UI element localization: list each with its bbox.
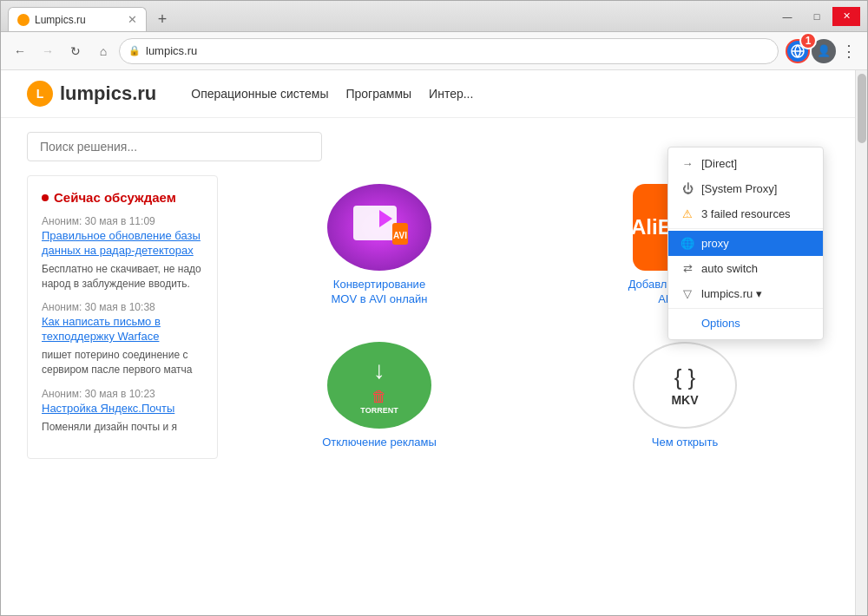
proxy-menu-item-system[interactable]: ⏻ [System Proxy] [668, 176, 823, 201]
proxy-menu-item-failed[interactable]: ⚠ 3 failed resources [668, 201, 823, 226]
svg-text:AVI: AVI [393, 231, 407, 240]
home-button[interactable]: ⌂ [91, 39, 115, 63]
window-controls: — □ ✕ [773, 7, 860, 26]
warning-icon: ⚠ [681, 207, 694, 220]
refresh-button[interactable]: ↻ [63, 39, 88, 63]
system-proxy-icon: ⏻ [681, 182, 694, 195]
nav-item-programs[interactable]: Программы [345, 87, 411, 101]
direct-label: [Direct] [701, 157, 737, 170]
content-card-torrent[interactable]: ↓ 🗑 TORRENT Отключение рекламы [235, 342, 523, 468]
address-bar[interactable]: 🔒 lumpics.ru [119, 38, 779, 64]
comment-link[interactable]: Как написать письмо в техподдержку Warfa… [42, 315, 203, 344]
comment-text: пишет потерино соединение с сервиром пас… [42, 348, 203, 377]
comment-date: Аноним: 30 мая в 10:38 [42, 301, 203, 313]
proxy-label: proxy [701, 237, 729, 250]
maximize-button[interactable]: □ [803, 7, 831, 26]
new-tab-button[interactable]: + [150, 7, 174, 31]
comment-date: Аноним: 30 мая в 11:09 [42, 215, 203, 227]
proxy-menu-item-options[interactable]: Options [668, 311, 823, 336]
titlebar: Lumpics.ru ✕ + — □ ✕ [1, 1, 867, 32]
nav-item-os[interactable]: Операционные системы [191, 87, 328, 101]
tab-favicon [17, 14, 30, 26]
minimize-button[interactable]: — [773, 7, 801, 26]
proxy-dropdown: → [Direct] ⏻ [System Proxy] ⚠ 3 failed r… [667, 147, 824, 340]
proxy-extension-button[interactable]: 1 [786, 39, 810, 63]
logo-text: lumpics.ru [60, 82, 156, 105]
comment-link[interactable]: Правильное обновление базы данных на рад… [42, 229, 203, 259]
sidebar-card: Сейчас обсуждаем Аноним: 30 мая в 11:09 … [27, 175, 218, 459]
tab-title: Lumpics.ru [35, 14, 86, 26]
forward-button[interactable]: → [36, 39, 60, 63]
close-button[interactable]: ✕ [832, 7, 860, 26]
browser-window: Lumpics.ru ✕ + — □ ✕ ← → ↻ ⌂ 🔒 lumpics.r… [0, 0, 868, 616]
lumpics-icon: ▽ [681, 287, 694, 300]
divider [668, 228, 823, 229]
card-label-torrent: Отключение рекламы [322, 436, 437, 450]
back-button[interactable]: ← [8, 39, 32, 63]
proxy-menu-item-lumpics[interactable]: ▽ lumpics.ru ▾ [668, 281, 823, 306]
comment-item: Аноним: 30 мая в 11:09 Правильное обновл… [42, 215, 203, 291]
site-header: L lumpics.ru Операционные системы Програ… [1, 70, 855, 118]
scrollbar[interactable] [855, 70, 867, 615]
logo-icon: L [27, 81, 53, 107]
proxy-menu-item-direct[interactable]: → [Direct] [668, 151, 823, 176]
url-text: lumpics.ru [146, 44, 769, 57]
lock-icon: 🔒 [128, 45, 141, 56]
proxy-globe-icon: 🌐 [681, 237, 694, 250]
site-logo: L lumpics.ru [27, 81, 156, 107]
comment-link[interactable]: Настройка Яндекс.Почты [42, 402, 203, 416]
comment-item: Аноним: 30 мая в 10:38 Как написать пись… [42, 301, 203, 377]
options-label: Options [701, 317, 740, 330]
comment-text: Поменяли дизайн почты и я [42, 420, 203, 435]
autoswitch-icon: ⇄ [681, 262, 694, 275]
search-input[interactable] [27, 132, 322, 161]
red-dot-icon [42, 194, 49, 201]
lumpics-label: lumpics.ru ▾ [701, 287, 762, 300]
site-nav: Операционные системы Программы Интер... [191, 87, 473, 101]
browser-menu-button[interactable]: ⋮ [838, 38, 860, 64]
card-icon-convert: AVI [327, 184, 431, 271]
autoswitch-label: auto switch [701, 262, 758, 275]
nav-item-more[interactable]: Интер... [429, 87, 473, 101]
tab-close-button[interactable]: ✕ [128, 13, 137, 26]
failed-label: 3 failed resources [701, 207, 791, 220]
toolbar-icons: 1 👤 ⋮ [786, 38, 860, 64]
content-card-mkv[interactable]: { } MKV Чем открыть [541, 342, 829, 468]
badge-1: 1 [799, 32, 817, 49]
svg-rect-2 [353, 206, 397, 240]
tab-area: Lumpics.ru ✕ + [8, 1, 773, 31]
system-proxy-label: [System Proxy] [701, 182, 777, 195]
card-icon-mkv: { } MKV [633, 342, 737, 429]
proxy-menu-item-proxy[interactable]: 🌐 proxy [668, 231, 823, 256]
card-label-convert: КонвертированиеMOV в AVI онлайн [331, 278, 427, 307]
sidebar-title: Сейчас обсуждаем [42, 190, 203, 205]
active-tab[interactable]: Lumpics.ru ✕ [8, 7, 147, 31]
content-card-convert[interactable]: AVI КонвертированиеMOV в AVI онлайн [235, 184, 523, 324]
comment-date: Аноним: 30 мая в 10:23 [42, 388, 203, 400]
proxy-menu-item-autoswitch[interactable]: ⇄ auto switch [668, 256, 823, 281]
navbar: ← → ↻ ⌂ 🔒 lumpics.ru 1 � [1, 32, 867, 70]
scroll-thumb[interactable] [858, 74, 866, 143]
page-content: L lumpics.ru Операционные системы Програ… [1, 70, 867, 615]
direct-icon: → [681, 157, 694, 170]
card-label-mkv: Чем открыть [652, 436, 718, 450]
comment-item: Аноним: 30 мая в 10:23 Настройка Яндекс.… [42, 388, 203, 435]
card-icon-torrent: ↓ 🗑 TORRENT [327, 342, 431, 429]
divider-2 [668, 308, 823, 309]
sidebar-panel: Сейчас обсуждаем Аноним: 30 мая в 11:09 … [27, 175, 218, 468]
comment-text: Бесплатно не скачивает, не надо народ в … [42, 262, 203, 292]
